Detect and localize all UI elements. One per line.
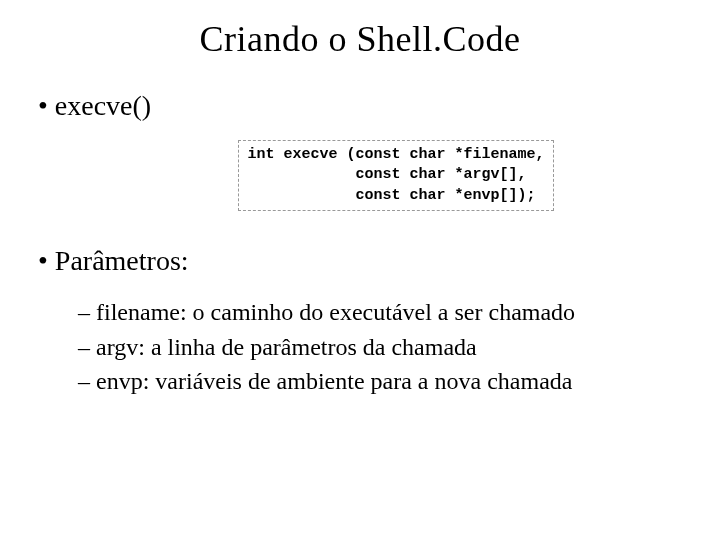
page-title: Criando o Shell.Code	[30, 18, 690, 60]
param-filename: filename: o caminho do executável a ser …	[78, 295, 690, 330]
param-envp: envp: variáveis de ambiente para a nova …	[78, 364, 690, 399]
bullet-execve: execve()	[30, 90, 690, 122]
slide-container: Criando o Shell.Code execve() int execve…	[0, 0, 720, 540]
param-argv: argv: a linha de parâmetros da chamada	[78, 330, 690, 365]
param-list: filename: o caminho do executável a ser …	[30, 295, 690, 399]
bullet-parametros: Parâmetros:	[30, 245, 690, 277]
code-signature: int execve (const char *filename, const …	[238, 140, 553, 211]
